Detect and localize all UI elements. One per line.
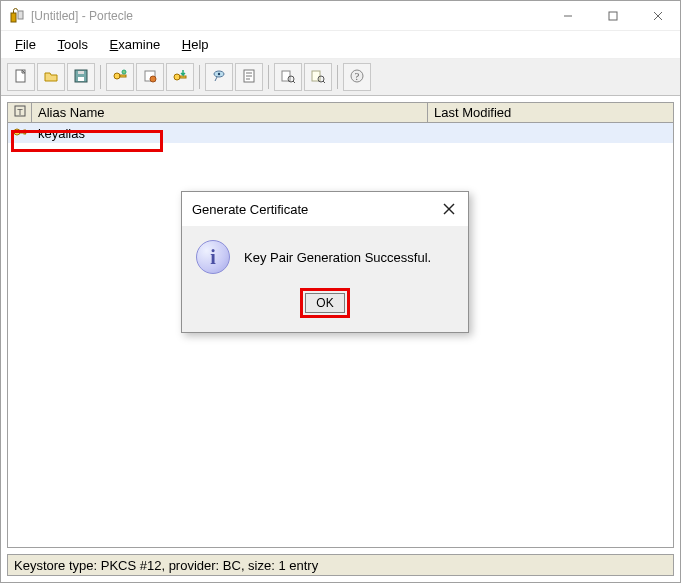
svg-rect-23 [282, 71, 290, 81]
entry-type-icon-cell [8, 125, 32, 142]
dialog-message: Key Pair Generation Successful. [244, 250, 431, 265]
save-keystore-button[interactable] [67, 63, 95, 91]
svg-point-14 [150, 76, 156, 82]
key-entry-icon [12, 125, 28, 142]
svg-rect-16 [180, 76, 186, 78]
main-window: [Untitled] - Portecle File Tools Examine… [0, 0, 681, 583]
keypair-icon [112, 68, 128, 87]
toolbar: ? [1, 59, 680, 96]
import-keypair-button[interactable] [166, 63, 194, 91]
table-row[interactable]: keyalias [8, 123, 673, 143]
magnifier-crl-icon [310, 68, 326, 87]
set-password-button[interactable] [205, 63, 233, 91]
column-type[interactable]: T [8, 103, 32, 122]
svg-rect-9 [78, 71, 84, 74]
svg-point-18 [218, 72, 220, 74]
table-header: T Alias Name Last Modified [8, 103, 673, 123]
svg-rect-1 [18, 11, 23, 19]
examine-cert-button[interactable] [274, 63, 302, 91]
new-file-icon [13, 68, 29, 87]
dialog-button-row: OK [182, 282, 468, 332]
generate-certificate-dialog: Generate Certificate i Key Pair Generati… [181, 191, 469, 333]
menu-bar: File Tools Examine Help [1, 31, 680, 59]
dialog-title: Generate Certificate [192, 202, 440, 217]
magnifier-cert-icon [280, 68, 296, 87]
svg-rect-11 [120, 75, 126, 77]
column-alias[interactable]: Alias Name [32, 103, 428, 122]
svg-text:?: ? [355, 71, 360, 82]
maximize-button[interactable] [590, 1, 635, 30]
generate-keypair-button[interactable] [106, 63, 134, 91]
keystore-report-button[interactable] [235, 63, 263, 91]
help-icon: ? [349, 68, 365, 87]
toolbar-separator [337, 65, 338, 89]
menu-file[interactable]: File [9, 35, 42, 54]
toolbar-separator [199, 65, 200, 89]
dialog-close-button[interactable] [440, 200, 458, 218]
password-icon [211, 68, 227, 87]
svg-rect-26 [312, 71, 320, 81]
menu-examine[interactable]: Examine [104, 35, 167, 54]
svg-text:T: T [17, 107, 23, 117]
import-keypair-icon [172, 68, 188, 87]
status-bar: Keystore type: PKCS #12, provider: BC, s… [7, 554, 674, 576]
svg-rect-8 [78, 77, 84, 81]
close-button[interactable] [635, 1, 680, 30]
save-icon [73, 68, 89, 87]
entry-modified [428, 132, 673, 134]
svg-rect-35 [24, 130, 26, 134]
import-cert-icon [142, 68, 158, 87]
type-column-icon: T [14, 105, 26, 120]
app-icon [9, 8, 25, 24]
svg-point-10 [114, 73, 120, 79]
toolbar-separator [268, 65, 269, 89]
annotation-ok-highlight: OK [300, 288, 349, 318]
window-title: [Untitled] - Portecle [31, 9, 545, 23]
svg-line-25 [293, 81, 295, 83]
folder-open-icon [43, 68, 59, 87]
report-icon [241, 68, 257, 87]
svg-line-28 [323, 81, 325, 83]
dialog-title-bar: Generate Certificate [182, 192, 468, 226]
ok-button[interactable]: OK [305, 293, 344, 313]
minimize-button[interactable] [545, 1, 590, 30]
menu-help[interactable]: Help [176, 35, 215, 54]
entry-alias: keyalias [32, 125, 428, 142]
new-keystore-button[interactable] [7, 63, 35, 91]
svg-point-12 [122, 70, 126, 74]
table-body: keyalias [8, 123, 673, 547]
info-icon: i [196, 240, 230, 274]
open-keystore-button[interactable] [37, 63, 65, 91]
svg-point-15 [174, 74, 180, 80]
examine-crl-button[interactable] [304, 63, 332, 91]
import-trusted-cert-button[interactable] [136, 63, 164, 91]
help-button[interactable]: ? [343, 63, 371, 91]
svg-point-33 [14, 129, 20, 135]
svg-rect-3 [609, 12, 617, 20]
title-bar: [Untitled] - Portecle [1, 1, 680, 31]
menu-tools[interactable]: Tools [52, 35, 94, 54]
status-text: Keystore type: PKCS #12, provider: BC, s… [14, 558, 318, 573]
column-last-modified[interactable]: Last Modified [428, 103, 673, 122]
dialog-body: i Key Pair Generation Successful. [182, 226, 468, 282]
toolbar-separator [100, 65, 101, 89]
svg-rect-0 [11, 13, 16, 22]
